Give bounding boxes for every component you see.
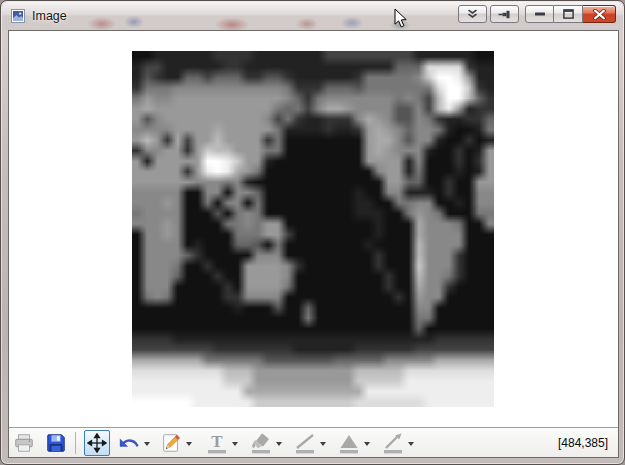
title-bar[interactable]: Image [2, 2, 623, 30]
save-button[interactable] [43, 430, 69, 456]
line-dropdown[interactable] [320, 442, 326, 446]
pin-icon [498, 10, 511, 19]
minimize-button[interactable] [525, 5, 554, 23]
arrow-dropdown[interactable] [408, 442, 414, 446]
image-window-icon [11, 9, 25, 23]
double-chevron-down-icon [467, 9, 478, 19]
image-view[interactable] [9, 31, 618, 427]
fill-icon [249, 431, 273, 455]
caption-buttons [458, 5, 616, 23]
draw-dropdown[interactable] [186, 442, 192, 446]
close-button[interactable] [583, 5, 616, 23]
toolbar: T [9, 427, 618, 457]
pan-icon [87, 433, 107, 453]
minimize-icon [535, 12, 545, 16]
text-tool-button[interactable]: T [204, 430, 230, 456]
shape-tool-button[interactable] [336, 430, 362, 456]
window-title: Image [32, 9, 67, 23]
close-icon [593, 9, 606, 20]
text-icon: T [205, 431, 229, 455]
maximize-icon [563, 9, 574, 19]
mouse-cursor [394, 8, 408, 29]
maximize-button[interactable] [554, 5, 583, 23]
arrow-tool-button[interactable] [380, 430, 406, 456]
pencil-icon [160, 432, 182, 454]
undo-button[interactable] [116, 430, 142, 456]
save-icon [45, 432, 67, 454]
caption-button-group [525, 5, 616, 23]
line-tool-button[interactable] [292, 430, 318, 456]
triangle-icon [337, 431, 361, 455]
draw-tool-button[interactable] [158, 430, 184, 456]
toolbar-separator [75, 432, 76, 454]
shape-dropdown[interactable] [364, 442, 370, 446]
svg-text:T: T [211, 432, 223, 451]
undo-icon [118, 432, 140, 454]
map-image[interactable] [132, 51, 494, 407]
undo-dropdown[interactable] [144, 442, 150, 446]
collapse-button[interactable] [458, 5, 487, 23]
screen: Image [0, 0, 625, 465]
fill-tool-button[interactable] [248, 430, 274, 456]
coordinates-readout: [484,385] [558, 436, 608, 450]
arrow-icon [381, 431, 405, 455]
print-icon [13, 432, 35, 454]
text-dropdown[interactable] [232, 442, 238, 446]
line-icon [293, 431, 317, 455]
client-area: T [8, 30, 619, 458]
pan-tool-button[interactable] [84, 430, 110, 456]
image-window: Image [0, 0, 625, 465]
pin-button[interactable] [490, 5, 519, 23]
fill-dropdown[interactable] [276, 442, 282, 446]
print-button[interactable] [11, 430, 37, 456]
